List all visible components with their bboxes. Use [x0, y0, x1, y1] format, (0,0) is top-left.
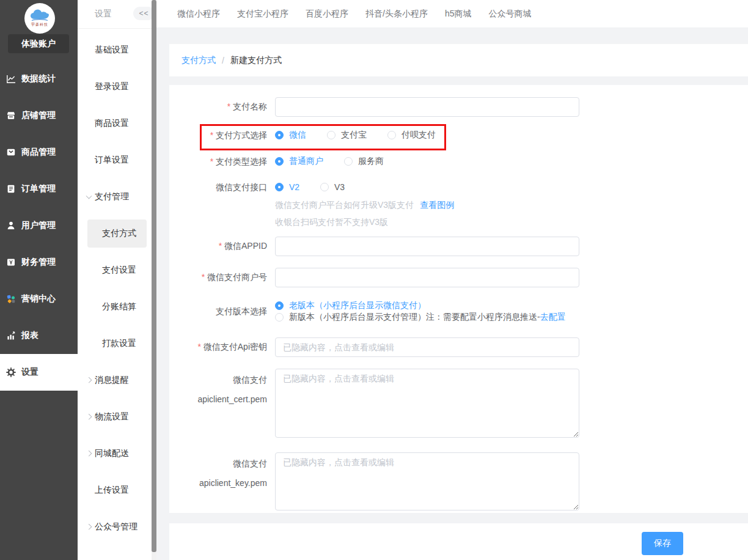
- platform-tabs: 微信小程序 支付宝小程序 百度小程序 抖音/头条小程序 h5商城 公众号商城: [156, 0, 748, 28]
- sidebar-item-label: 财务管理: [21, 257, 56, 268]
- pay-type-label: 支付类型选择: [169, 157, 275, 168]
- account-badge[interactable]: 体验账户: [8, 34, 69, 53]
- save-button[interactable]: 保存: [642, 532, 683, 555]
- submenu-item-order-settings[interactable]: 订单设置: [78, 142, 152, 179]
- submenu-nav: 基础设置 登录设置 商品设置 订单设置 支付管理 支付方式 支付设置 分账结算 …: [78, 29, 152, 545]
- wechat-merchant-id-field[interactable]: [275, 268, 579, 287]
- submenu-item-official-account[interactable]: 公众号管理: [78, 509, 152, 545]
- pay-type-row: 支付类型选择 普通商户 服务商: [169, 156, 748, 168]
- pay-method-label: 支付方式选择: [169, 130, 275, 141]
- scrollbar-thumb[interactable]: [152, 0, 156, 552]
- sidebar-item-label: 数据统计: [21, 73, 56, 84]
- chevron-right-icon: [86, 377, 92, 383]
- submenu-item-basic-settings[interactable]: 基础设置: [78, 32, 152, 68]
- pay-version-radio-old[interactable]: 老版本（小程序后台显示微信支付）: [275, 300, 426, 311]
- wechat-api-radio-v2[interactable]: V2: [275, 182, 299, 192]
- submenu-item-logistics-settings[interactable]: 物流设置: [78, 399, 152, 435]
- submenu-item-payment-settings[interactable]: 支付设置: [78, 252, 152, 289]
- brand-logo: 宇森科技: [24, 3, 55, 34]
- shop-icon: [6, 111, 16, 120]
- finance-yen-icon: [6, 257, 16, 267]
- submenu-item-message-reminder[interactable]: 消息提醒: [78, 362, 152, 399]
- sidebar-item-marketing-center[interactable]: 营销中心: [0, 281, 78, 317]
- radio-icon: [387, 131, 396, 139]
- radio-icon: [275, 157, 284, 166]
- clipboard-icon: [6, 184, 16, 194]
- api-secret-row: 微信支付Api密钥: [169, 337, 748, 357]
- api-secret-label: 微信支付Api密钥: [169, 342, 275, 353]
- wechat-api-secret-field[interactable]: [275, 337, 579, 357]
- tab-wechat-miniprogram[interactable]: 微信小程序: [177, 9, 220, 20]
- user-icon: [6, 221, 16, 230]
- pay-method-row: 支付方式选择 微信 支付宝 付呗支付: [169, 130, 748, 141]
- sidebar-item-label: 营销中心: [21, 293, 56, 304]
- submenu-header: 设置 <<: [78, 0, 152, 29]
- cashier-helper: 收银台扫码支付暂不支持V3版: [275, 216, 748, 229]
- pay-method-radio-wechat[interactable]: 微信: [275, 130, 306, 141]
- wechat-appid-field[interactable]: [275, 237, 579, 256]
- apiclient-key-field[interactable]: [275, 452, 579, 510]
- radio-icon: [275, 131, 284, 139]
- radio-icon: [275, 301, 284, 310]
- breadcrumb: 支付方式 / 新建支付方式: [169, 44, 748, 76]
- goods-box-icon: [6, 147, 16, 157]
- submenu-item-ledger-settlement[interactable]: 分账结算: [78, 289, 152, 325]
- submenu-item-product-settings[interactable]: 商品设置: [78, 105, 152, 142]
- v3-upgrade-helper: 微信支付商户平台如何升级V3版支付 查看图例: [275, 199, 748, 212]
- helper-text: 微信支付商户平台如何升级V3版支付: [275, 200, 414, 211]
- submenu-item-login-settings[interactable]: 登录设置: [78, 68, 152, 105]
- tab-douyin-miniprogram[interactable]: 抖音/头条小程序: [365, 9, 428, 20]
- submenu-item-upload-settings[interactable]: 上传设置: [78, 472, 152, 509]
- chevron-down-icon: [86, 193, 92, 199]
- tab-official-account-mall[interactable]: 公众号商城: [488, 9, 531, 20]
- key-pem-row: 微信支付 apiclient_key.pem: [169, 452, 748, 510]
- pay-type-radio-normal-merchant[interactable]: 普通商户: [275, 156, 323, 167]
- wechat-api-radio-v3[interactable]: V3: [320, 182, 345, 192]
- pay-method-radio-alipay[interactable]: 支付宝: [327, 130, 367, 141]
- pay-version-label: 支付版本选择: [169, 306, 275, 317]
- key-pem-label: 微信支付 apiclient_key.pem: [169, 452, 275, 493]
- sidebar-item-label: 商品管理: [21, 147, 56, 158]
- cert-pem-row: 微信支付 apiclient_cert.pem: [169, 369, 748, 438]
- pay-method-radio-fubei[interactable]: 付呗支付: [387, 130, 436, 141]
- sidebar-item-label: 报表: [21, 330, 38, 341]
- wechat-api-row: 微信支付接口 V2 V3: [169, 182, 748, 193]
- tab-h5-mall[interactable]: h5商城: [445, 9, 472, 20]
- tab-baidu-miniprogram[interactable]: 百度小程序: [306, 9, 348, 20]
- chevron-right-icon: [86, 524, 92, 530]
- sidebar-nav: 数据统计 店铺管理 商品管理 订单管理 用户管理 财务管理 营销中心 报表: [0, 61, 78, 391]
- sidebar-item-label: 订单管理: [21, 183, 56, 194]
- sidebar-item-shop-management[interactable]: 店铺管理: [0, 97, 78, 134]
- go-configure-link[interactable]: 去配置: [540, 312, 566, 323]
- sidebar-item-product-management[interactable]: 商品管理: [0, 134, 78, 171]
- submenu-item-payment-method[interactable]: 支付方式: [87, 219, 147, 248]
- pay-name-field[interactable]: [275, 97, 579, 117]
- breadcrumb-payment-method-link[interactable]: 支付方式: [182, 55, 216, 66]
- sidebar-item-reports[interactable]: 报表: [0, 317, 78, 354]
- tab-alipay-miniprogram[interactable]: 支付宝小程序: [237, 9, 288, 20]
- radio-icon: [275, 313, 284, 322]
- gear-icon: [6, 367, 16, 377]
- pay-version-row: 支付版本选择 老版本（小程序后台显示微信支付） 新版本（小程序后台显示支付管理）…: [169, 300, 748, 323]
- sidebar-item-data-stats[interactable]: 数据统计: [0, 61, 78, 97]
- apiclient-cert-field[interactable]: [275, 369, 579, 438]
- pay-type-radio-service-provider[interactable]: 服务商: [344, 156, 384, 167]
- submenu-item-local-delivery[interactable]: 同城配送: [78, 435, 152, 472]
- sidebar-item-user-management[interactable]: 用户管理: [0, 207, 78, 244]
- submenu-item-payout-settings[interactable]: 打款设置: [78, 325, 152, 362]
- helper-text: 收银台扫码支付暂不支持V3版: [275, 217, 388, 228]
- line-chart-icon: [6, 74, 16, 84]
- sidebar-item-settings[interactable]: 设置: [0, 354, 78, 391]
- sidebar-item-finance-management[interactable]: 财务管理: [0, 244, 78, 281]
- submenu-item-payment-management[interactable]: 支付管理: [78, 179, 152, 215]
- radio-icon: [275, 183, 284, 191]
- view-example-link[interactable]: 查看图例: [420, 200, 454, 211]
- sidebar-item-order-management[interactable]: 订单管理: [0, 171, 78, 207]
- submenu-scrollbar: [152, 0, 156, 560]
- settings-submenu: 设置 << 基础设置 登录设置 商品设置 订单设置 支付管理 支付方式 支付设置…: [78, 0, 152, 560]
- sidebar-item-label: 店铺管理: [21, 110, 56, 121]
- radio-icon: [344, 157, 353, 166]
- pay-version-radio-new[interactable]: 新版本（小程序后台显示支付管理）注：需要配置小程序消息推送-去配置: [275, 312, 566, 323]
- main-sidebar: 宇森科技 体验账户 数据统计 店铺管理 商品管理 订单管理 用户管理 财务管理: [0, 0, 78, 560]
- radio-icon: [320, 183, 329, 191]
